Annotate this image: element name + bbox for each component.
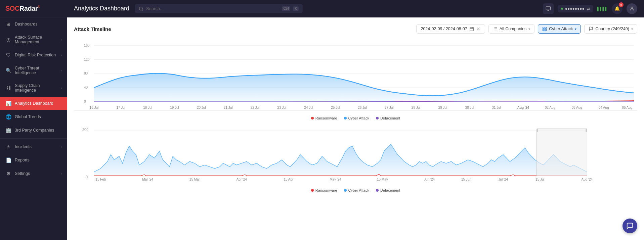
chart-toolbar: Attack Timeline 2024-02-09 / 2024-08-07 …	[74, 24, 637, 34]
svg-text:80: 80	[84, 71, 88, 75]
overview-chart: 200 0	[74, 127, 637, 186]
svg-text:04 Aug: 04 Aug	[599, 106, 609, 109]
username: ●●●●●●●●	[565, 6, 585, 11]
chevron-down-icon: ▾	[528, 27, 530, 31]
analytics-icon: 📊	[5, 101, 11, 106]
digital-risk-icon: 🛡	[5, 52, 11, 58]
main-chart: 160 120 80 40 0	[74, 40, 637, 111]
sidebar-item-analytics[interactable]: 📊 Analytics Dashboard	[0, 97, 67, 110]
incidents-icon: ⚠	[5, 144, 11, 149]
ransomware-dot2	[311, 189, 314, 192]
sidebar-item-label: Supply Chain Intelligence	[15, 83, 57, 93]
attack-surface-icon: ◎	[5, 37, 11, 42]
svg-text:20 Jul: 20 Jul	[197, 106, 206, 109]
chat-bubble-button[interactable]	[622, 219, 637, 233]
companies-filter-value: All Companies	[500, 27, 527, 31]
sidebar-item-label: 3rd Party Companies	[15, 128, 62, 133]
chart1-legend: Ransomware Cyber Attack Defacement	[74, 116, 637, 120]
supply-chain-icon: ⛓	[5, 85, 11, 91]
chevron-down-icon: ▾	[575, 27, 576, 31]
svg-text:Jun '24: Jun '24	[424, 178, 435, 181]
logo-text: SOCRadar®	[5, 5, 40, 12]
svg-text:18 Jul: 18 Jul	[143, 106, 152, 109]
sidebar-item-incidents[interactable]: ⚠ Incidents ›	[0, 140, 67, 153]
sidebar-item-dashboards[interactable]: ⊞ Dashboards	[0, 17, 67, 31]
svg-rect-51	[537, 129, 538, 132]
dashboards-icon: ⊞	[5, 21, 11, 27]
list-icon	[493, 27, 498, 31]
svg-text:22 Jul: 22 Jul	[251, 106, 260, 109]
page-title: Analytics Dashboard	[74, 5, 129, 12]
date-range-filter[interactable]: 2024-02-09 / 2024-08-07	[416, 24, 485, 34]
svg-text:15 Jul: 15 Jul	[535, 178, 545, 181]
attack-type-filter[interactable]: Cyber Attack ▾	[538, 24, 581, 34]
legend-ransomware: Ransomware	[311, 116, 337, 120]
sidebar-item-label: Global Trends	[15, 114, 62, 119]
close-icon[interactable]	[476, 27, 481, 31]
sidebar: SOCRadar® ⊞ Dashboards ◎ Attack Surface …	[0, 0, 67, 240]
svg-text:200: 200	[82, 128, 88, 132]
cyber-attack-label: Cyber Attack	[348, 116, 369, 120]
connection-icon: ⇄	[587, 6, 590, 11]
sidebar-item-digital-risk[interactable]: 🛡 Digital Risk Protection ›	[0, 48, 67, 62]
sidebar-item-attack-surface[interactable]: ◎ Attack Surface Management ›	[0, 31, 67, 48]
calendar-icon	[469, 27, 474, 31]
svg-text:19 Jul: 19 Jul	[170, 106, 179, 109]
selection-box[interactable]	[537, 129, 587, 176]
header-right: ●●●●●●●● ⇄ ▌▌▌▌ 🔔 9	[543, 3, 637, 14]
svg-text:0: 0	[84, 100, 86, 103]
search-kbd-k: K	[293, 6, 299, 11]
status-indicator: ▌▌▌▌	[597, 7, 608, 11]
sidebar-item-label: Digital Risk Protection	[15, 53, 57, 57]
legend-defacement: Defacement	[376, 116, 400, 120]
sidebar-item-reports[interactable]: 📄 Reports	[0, 153, 67, 167]
svg-text:Mar '24: Mar '24	[142, 178, 153, 181]
country-filter[interactable]: Country (249/249) ▾	[584, 24, 637, 34]
status-bars: ▌▌▌▌	[597, 7, 608, 11]
sidebar-item-label: Incidents	[15, 144, 57, 149]
svg-rect-1	[546, 7, 550, 10]
svg-text:May '24: May '24	[330, 178, 341, 181]
companies-filter[interactable]: All Companies ▾	[488, 24, 535, 34]
notifications-button[interactable]: 🔔 9	[612, 3, 622, 14]
svg-text:160: 160	[84, 44, 90, 47]
sidebar-item-supply-chain[interactable]: ⛓ Supply Chain Intelligence ›	[0, 79, 67, 97]
sidebar-item-label: Attack Surface Management	[15, 35, 57, 44]
svg-text:Apr '24: Apr '24	[236, 178, 247, 181]
defacement-label2: Defacement	[380, 188, 400, 192]
legend2-ransomware: Ransomware	[311, 188, 337, 192]
search-input[interactable]	[146, 6, 279, 11]
notification-badge: 9	[619, 2, 624, 7]
chart2-legend: Ransomware Cyber Attack Defacement	[74, 188, 637, 192]
reports-icon: 📄	[5, 157, 11, 163]
chart-title: Attack Timeline	[74, 26, 111, 32]
svg-text:Jul '24: Jul '24	[498, 178, 508, 181]
chevron-right-icon: ›	[61, 38, 62, 42]
main-chart-svg: 160 120 80 40 0	[74, 40, 637, 110]
sidebar-item-settings[interactable]: ⚙ Settings ›	[0, 167, 67, 180]
chevron-down-icon: ▾	[631, 27, 633, 31]
svg-text:15 Mar: 15 Mar	[189, 178, 200, 181]
search-bar[interactable]: Ctrl K	[135, 4, 303, 13]
svg-text:23 Jul: 23 Jul	[277, 106, 287, 109]
svg-rect-3	[470, 27, 474, 31]
sidebar-item-cyber-threat[interactable]: 🔍 Cyber Threat Intelligence ›	[0, 62, 67, 79]
cyber-attack-label2: Cyber Attack	[348, 188, 369, 192]
user-info[interactable]: ●●●●●●●● ⇄	[558, 5, 593, 12]
sidebar-item-label: Settings	[15, 171, 57, 176]
svg-text:03 Aug: 03 Aug	[572, 106, 582, 109]
svg-text:30 Jul: 30 Jul	[465, 106, 474, 109]
chevron-right-icon: ›	[61, 69, 62, 73]
sidebar-item-global-trends[interactable]: 🌐 Global Trends	[0, 110, 67, 124]
sidebar-item-3rd-party[interactable]: 🏢 3rd Party Companies	[0, 124, 67, 137]
svg-text:15 Jun: 15 Jun	[461, 178, 471, 181]
svg-text:17 Jul: 17 Jul	[116, 106, 125, 109]
overview-chart-svg: 200 0	[74, 127, 637, 181]
user-avatar[interactable]	[627, 3, 637, 14]
search-icon	[139, 6, 143, 11]
chevron-right-icon: ›	[61, 86, 62, 90]
chevron-right-icon: ›	[61, 145, 62, 149]
sidebar-item-label: Cyber Threat Intelligence	[15, 66, 57, 75]
svg-text:02 Aug: 02 Aug	[545, 106, 555, 109]
monitor-icon[interactable]	[543, 3, 554, 14]
